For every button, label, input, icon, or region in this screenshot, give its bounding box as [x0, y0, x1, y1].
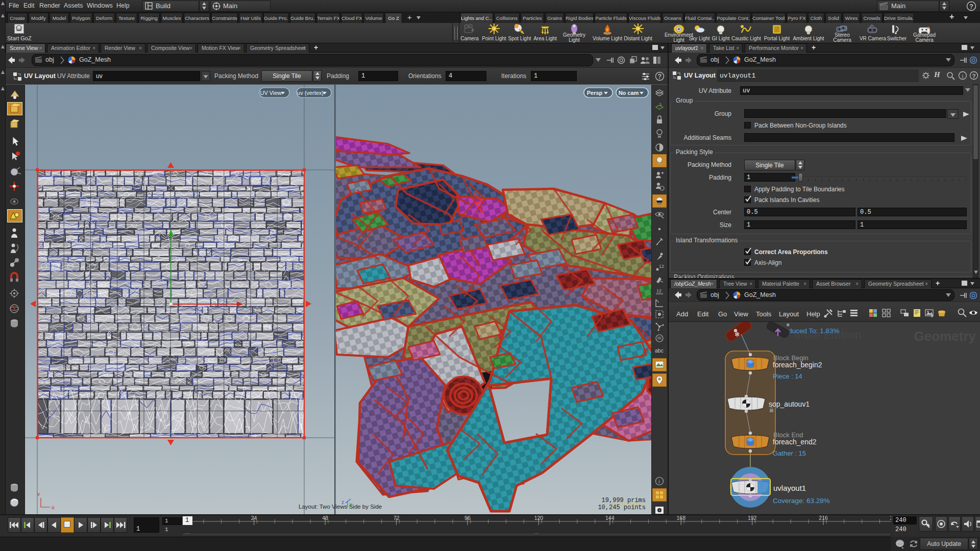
svg-text:Gather : 15: Gather : 15 — [773, 449, 806, 457]
svg-text:Layout: Two Views Side by Side: Layout: Two Views Side by Side — [299, 504, 382, 510]
svg-text:96: 96 — [464, 515, 471, 521]
svg-text:i: i — [658, 478, 660, 484]
svg-text:Piece : 14: Piece : 14 — [773, 372, 802, 380]
svg-text:Geometry: Geometry — [914, 329, 976, 344]
svg-text:?: ? — [969, 3, 973, 10]
svg-text:foreach_end2: foreach_end2 — [773, 438, 817, 446]
svg-text:?: ? — [658, 73, 662, 80]
svg-text:i: i — [962, 73, 964, 79]
svg-text:u: u — [52, 505, 55, 510]
svg-text:48: 48 — [322, 515, 328, 521]
svg-text:10,245 points: 10,245 points — [598, 504, 646, 511]
svg-text:Coverage: 63.28%: Coverage: 63.28% — [773, 497, 830, 505]
svg-text:foreach_begin2: foreach_begin2 — [773, 361, 822, 369]
svg-text:z: z — [341, 499, 344, 505]
svg-text:Persp: Persp — [587, 90, 603, 96]
svg-text:❄: ❄ — [786, 322, 790, 328]
svg-text:12: 12 — [659, 264, 664, 269]
svg-text:sop_autouv1: sop_autouv1 — [769, 400, 810, 408]
svg-text:uv (vertex): uv (vertex) — [297, 90, 324, 96]
svg-text:24: 24 — [251, 515, 257, 521]
svg-text:GoZ: GoZ — [17, 28, 22, 31]
svg-text:240: 240 — [890, 515, 891, 521]
svg-text:No cam: No cam — [619, 90, 639, 96]
svg-text:19,999 prims: 19,999 prims — [602, 497, 646, 504]
svg-text:v: v — [37, 491, 40, 497]
svg-text:72: 72 — [394, 515, 400, 521]
svg-text:uvlayout1: uvlayout1 — [773, 484, 806, 492]
svg-text:y: y — [350, 502, 352, 507]
svg-text:?: ? — [972, 73, 976, 79]
svg-text:UV View: UV View — [260, 90, 282, 96]
svg-text:12: 12 — [656, 288, 662, 293]
